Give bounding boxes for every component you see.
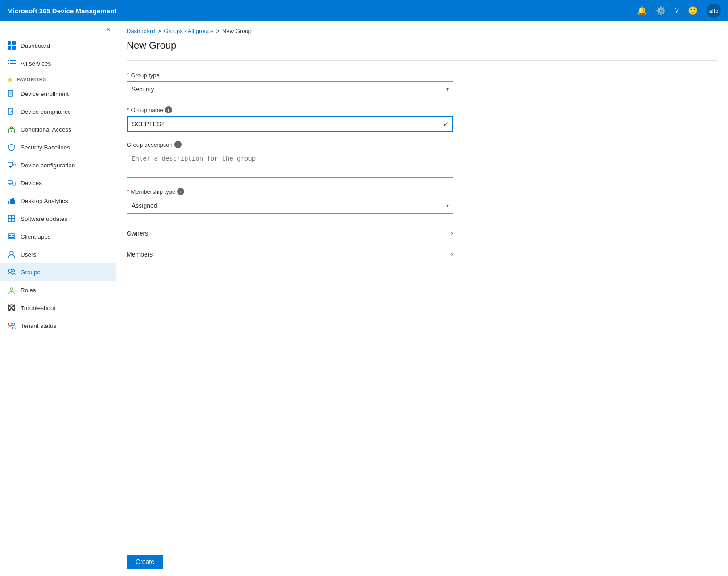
group-type-select-wrapper: Security Microsoft 365 ▾ xyxy=(127,81,453,97)
security-icon xyxy=(7,143,16,152)
membership-type-group: * Membership type i Assigned Dynamic Use… xyxy=(127,188,453,214)
breadcrumb-sep-1: > xyxy=(158,28,161,34)
device-enrollment-icon xyxy=(7,89,16,98)
list-icon xyxy=(7,59,16,68)
svg-rect-30 xyxy=(12,219,15,222)
group-type-select[interactable]: Security Microsoft 365 xyxy=(127,81,453,97)
sidebar-item-label: Conditional Access xyxy=(21,126,71,133)
avatar[interactable]: alfo xyxy=(707,4,721,18)
svg-rect-6 xyxy=(8,63,9,64)
device-compliance-icon xyxy=(7,107,16,116)
sidebar-item-label: Desktop Analytics xyxy=(21,198,68,204)
svg-rect-29 xyxy=(8,219,12,222)
sidebar-item-devices[interactable]: Devices xyxy=(0,174,116,192)
sidebar-item-desktop-analytics[interactable]: Desktop Analytics xyxy=(0,192,116,210)
svg-rect-20 xyxy=(8,181,12,184)
smiley-icon[interactable]: 🙂 xyxy=(688,6,698,16)
sidebar-item-troubleshoot[interactable]: Troubleshoot xyxy=(0,299,116,317)
sidebar-item-label: Client apps xyxy=(21,233,51,240)
sidebar-item-device-enrollment[interactable]: Device enrollment xyxy=(0,85,116,103)
svg-rect-19 xyxy=(10,167,11,168)
breadcrumb: Dashboard > Groups - All groups > New Gr… xyxy=(116,21,728,38)
membership-type-info-icon[interactable]: i xyxy=(177,188,184,195)
sidebar-item-label: Software updates xyxy=(21,215,67,222)
svg-point-37 xyxy=(12,270,15,272)
group-name-group: * Group name i ✓ xyxy=(127,106,453,132)
svg-point-38 xyxy=(10,288,13,290)
sidebar-item-device-configuration[interactable]: Device configuration xyxy=(0,156,116,174)
sidebar-item-label: All services xyxy=(21,60,51,67)
svg-rect-0 xyxy=(8,41,11,45)
breadcrumb-sep-2: > xyxy=(216,28,219,34)
users-icon xyxy=(7,250,16,259)
svg-rect-11 xyxy=(9,91,12,95)
svg-rect-23 xyxy=(8,201,9,204)
device-config-icon xyxy=(7,161,16,170)
svg-rect-4 xyxy=(8,60,9,61)
group-type-group: * Group type Security Microsoft 365 ▾ xyxy=(127,71,453,97)
svg-rect-7 xyxy=(10,63,16,64)
sidebar-item-software-updates[interactable]: Software updates xyxy=(0,210,116,228)
breadcrumb-current: New Group xyxy=(222,28,252,34)
topbar: Microsoft 365 Device Management 🔔 ⚙️ ? 🙂… xyxy=(0,0,728,21)
sidebar-item-dashboard[interactable]: Dashboard xyxy=(0,37,116,54)
sidebar-item-all-services[interactable]: All services xyxy=(0,54,116,72)
sidebar-item-roles[interactable]: Roles xyxy=(0,281,116,299)
bottom-bar: Create xyxy=(116,547,728,576)
sidebar-item-tenant-status[interactable]: Tenant status xyxy=(0,317,116,335)
breadcrumb-groups[interactable]: Groups - All groups xyxy=(164,28,213,34)
help-icon[interactable]: ? xyxy=(674,6,679,16)
create-button[interactable]: Create xyxy=(127,555,163,569)
group-description-input[interactable] xyxy=(127,151,453,178)
svg-rect-12 xyxy=(9,95,12,95)
star-icon: ★ xyxy=(7,76,13,83)
members-chevron-icon: › xyxy=(451,250,453,258)
sidebar-item-users[interactable]: Users xyxy=(0,245,116,263)
membership-type-select[interactable]: Assigned Dynamic User Dynamic Device xyxy=(127,198,453,214)
devices-icon xyxy=(7,178,16,187)
topbar-icons: 🔔 ⚙️ ? 🙂 alfo xyxy=(637,4,721,18)
form-area: * Group type Security Microsoft 365 ▾ * … xyxy=(116,61,464,265)
membership-type-select-wrapper: Assigned Dynamic User Dynamic Device ▾ xyxy=(127,198,453,214)
updates-icon xyxy=(7,214,16,223)
sidebar-item-label: Device enrollment xyxy=(21,91,69,97)
owners-section[interactable]: Owners › xyxy=(127,223,453,244)
sidebar-item-security-baselines[interactable]: Security Baselines xyxy=(0,138,116,156)
sidebar-item-device-compliance[interactable]: Device compliance xyxy=(0,103,116,120)
breadcrumb-dashboard[interactable]: Dashboard xyxy=(127,28,155,34)
svg-rect-33 xyxy=(12,235,14,236)
sidebar-item-label: Security Baselines xyxy=(21,144,70,151)
settings-icon[interactable]: ⚙️ xyxy=(656,6,666,16)
favorites-section: ★ FAVORITES xyxy=(0,72,116,85)
group-description-info-icon[interactable]: i xyxy=(174,141,182,148)
checkmark-icon: ✓ xyxy=(443,120,449,128)
svg-rect-18 xyxy=(9,166,12,167)
groups-icon xyxy=(7,268,16,277)
members-section[interactable]: Members › xyxy=(127,244,453,265)
svg-rect-27 xyxy=(8,215,12,219)
svg-point-43 xyxy=(12,323,15,326)
svg-point-15 xyxy=(11,131,12,132)
group-description-group: Group description i xyxy=(127,141,453,179)
group-name-input-wrapper: ✓ xyxy=(127,116,453,132)
owners-label: Owners xyxy=(127,230,148,237)
svg-rect-21 xyxy=(13,182,15,185)
membership-type-label: * Membership type i xyxy=(127,188,453,195)
svg-rect-24 xyxy=(10,199,12,204)
analytics-icon xyxy=(7,196,16,205)
sidebar: « Dashboard xyxy=(0,21,116,576)
notification-icon[interactable]: 🔔 xyxy=(637,6,647,16)
svg-rect-16 xyxy=(8,162,13,166)
main-content: Dashboard > Groups - All groups > New Gr… xyxy=(116,21,728,576)
sidebar-item-label: Roles xyxy=(21,287,36,294)
sidebar-item-groups[interactable]: Groups xyxy=(0,263,116,281)
sidebar-item-client-apps[interactable]: Client apps xyxy=(0,228,116,245)
roles-icon xyxy=(7,286,16,294)
sidebar-item-conditional-access[interactable]: Conditional Access xyxy=(0,120,116,138)
group-type-required: * xyxy=(127,71,129,79)
sidebar-item-label: Devices xyxy=(21,180,42,186)
group-name-info-icon[interactable]: i xyxy=(165,106,172,113)
sidebar-collapse-button[interactable]: « xyxy=(0,21,116,37)
group-name-input[interactable] xyxy=(127,116,453,132)
sidebar-item-label: Users xyxy=(21,251,36,258)
